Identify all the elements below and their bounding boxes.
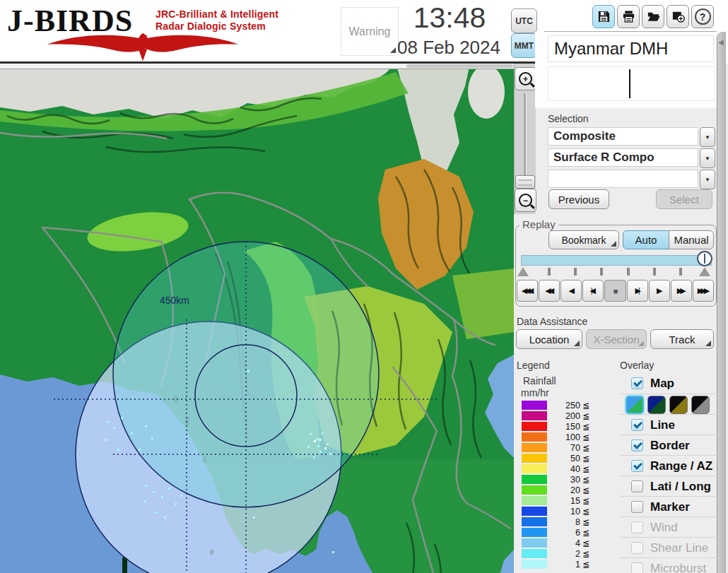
map-viewport[interactable]: 450km [0, 64, 514, 573]
legend-row: 6≦ [522, 527, 589, 538]
mmt-toggle-button[interactable]: MMT [511, 33, 537, 58]
map-scrollbar-thumb[interactable] [406, 64, 513, 68]
legend-row: 2≦ [522, 548, 589, 559]
overlay-checkbox-shear-line[interactable]: Shear Line [620, 538, 717, 558]
fast-rewind-button[interactable]: ◀◀ [539, 280, 560, 302]
select-button[interactable]: Select [656, 189, 712, 209]
product-type-dropdown-button[interactable]: ▼ [700, 148, 715, 168]
map-style-navy-darkgreen-swatch[interactable] [647, 396, 666, 414]
overlay-section-label: Overlay [620, 360, 654, 371]
map-style-black-olive-swatch[interactable] [669, 396, 688, 414]
help-icon: ? [695, 8, 711, 25]
timeline-tick [548, 268, 551, 276]
checkbox-icon[interactable] [631, 419, 643, 431]
legend-color-chip [522, 496, 547, 505]
overlay-checkbox-line[interactable]: Line [620, 415, 717, 435]
timeline-slider-track[interactable] [521, 255, 712, 266]
product-type-combobox[interactable]: Surface R Compo [548, 148, 698, 167]
manual-mode-button[interactable]: Manual [669, 230, 714, 249]
play-button[interactable]: ▶ [649, 280, 670, 302]
legend-value: 250 [547, 401, 582, 410]
legend-row: 200≦ [522, 410, 589, 421]
fast-forward-button[interactable]: ▶▶ [671, 280, 692, 302]
location-button[interactable]: Location [516, 329, 582, 349]
legend-color-chip [522, 560, 547, 569]
map-style-swatches [626, 394, 717, 415]
map-style-blue-green-swatch[interactable] [626, 396, 644, 414]
checkbox-icon[interactable] [631, 460, 643, 472]
legend-row: 100≦ [522, 432, 589, 442]
product-option-dropdown-button[interactable]: ▼ [700, 170, 715, 189]
legend-row: 150≦ [522, 421, 589, 432]
legend-row: 250≦ [522, 400, 589, 410]
product-category-combobox[interactable]: Composite [548, 127, 698, 146]
legend-section-label: Legend [517, 360, 550, 371]
map-style-black-gray-swatch[interactable] [691, 396, 710, 414]
save-icon [597, 10, 611, 23]
overlay-checkbox-range-az[interactable]: Range / AZ [620, 456, 717, 476]
checkbox-icon[interactable] [631, 439, 643, 451]
bookmark-button[interactable]: Bookmark [548, 230, 619, 249]
legend-color-chip [522, 507, 547, 516]
open-folder-icon [647, 10, 660, 23]
auto-mode-button[interactable]: Auto [623, 230, 669, 249]
map-canvas[interactable]: 450km [0, 64, 514, 573]
less-equal-symbol: ≦ [582, 517, 589, 527]
panel-splitter[interactable] [717, 32, 726, 573]
step-back-button[interactable]: |◀ [582, 280, 604, 302]
checkbox-icon[interactable] [631, 501, 643, 513]
fast-forward-3x-button[interactable]: ▶▶▶ [693, 280, 714, 302]
legend-color-chip [522, 528, 547, 537]
product-option-combobox[interactable] [548, 170, 698, 188]
fast-rewind-3x-button[interactable]: ◀◀◀ [517, 280, 538, 302]
checkbox-icon[interactable] [631, 521, 643, 533]
previous-button[interactable]: Previous [548, 189, 609, 209]
less-equal-symbol: ≦ [582, 401, 589, 410]
panel-collapse-icon[interactable]: ◀ [718, 38, 724, 46]
rewind-button[interactable]: ◀ [560, 280, 582, 302]
overlay-checkbox-wind[interactable]: Wind [620, 517, 717, 538]
overlay-checkbox-border[interactable]: Border [620, 435, 717, 456]
legend-row: 40≦ [522, 463, 589, 474]
overlay-checkbox-marker[interactable]: Marker [620, 497, 717, 517]
print-icon [622, 10, 635, 23]
track-button[interactable]: Track [650, 329, 714, 349]
step-forward-button[interactable]: ▶| [627, 280, 648, 302]
checkbox-icon[interactable] [631, 377, 643, 389]
legend-color-chip [522, 464, 547, 473]
less-equal-symbol: ≦ [582, 475, 589, 485]
save-button[interactable] [592, 5, 615, 28]
legend-value: 8 [547, 517, 582, 527]
legend-color-chip [522, 485, 547, 495]
checkbox-icon[interactable] [631, 562, 643, 573]
zoom-slider-thumb[interactable] [515, 175, 535, 189]
open-folder-button[interactable] [642, 5, 664, 28]
timeline-slider-handle[interactable] [697, 251, 712, 266]
zoom-in-button[interactable]: + [515, 67, 536, 90]
new-window-button[interactable] [667, 5, 689, 28]
zoom-slider-track[interactable] [524, 93, 527, 187]
selection-section-label: Selection [548, 113, 589, 124]
status-text-box[interactable] [548, 66, 715, 101]
text-cursor [629, 69, 630, 98]
overlay-checkbox-lati-long[interactable]: Lati / Long [620, 476, 717, 497]
zoom-out-button[interactable]: − [515, 189, 536, 212]
utc-toggle-button[interactable]: UTC [511, 8, 537, 33]
legend-row: 1≦ [522, 559, 589, 569]
timeline-start-marker [517, 267, 529, 276]
legend-title-line1: Rainfall [523, 375, 556, 386]
print-button[interactable] [617, 5, 640, 28]
logo-tagline-line2: Radar Dialogic System [155, 20, 266, 32]
legend-title-line2: mm/hr [521, 387, 549, 398]
product-category-dropdown-button[interactable]: ▼ [700, 127, 715, 147]
checkbox-icon[interactable] [631, 542, 643, 554]
less-equal-symbol: ≦ [582, 549, 589, 559]
checkbox-icon[interactable] [631, 480, 643, 492]
overlay-checkbox-map[interactable]: Map [620, 373, 717, 394]
x-section-button[interactable]: X-Section [586, 329, 647, 349]
help-button[interactable]: ? [691, 5, 714, 28]
chevron-down-icon: ▼ [705, 155, 710, 162]
overlay-checkbox-microburst[interactable]: Microburst [620, 558, 717, 573]
legend-value: 4 [547, 538, 582, 548]
stop-button[interactable]: ■ [604, 280, 626, 302]
